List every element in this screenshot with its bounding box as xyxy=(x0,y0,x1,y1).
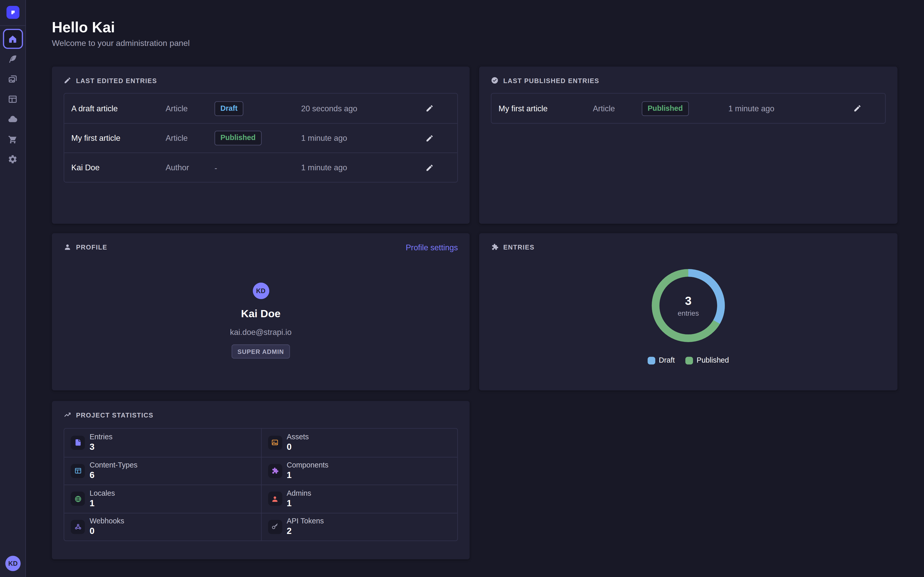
published-swatch xyxy=(685,356,693,364)
page-subtitle: Welcome to your administration panel xyxy=(52,38,190,48)
stat-label: Admins xyxy=(287,489,311,498)
edit-entry-button[interactable] xyxy=(853,104,861,112)
last-edited-entries-card: LAST EDITED ENTRIES A draft article Arti… xyxy=(52,66,470,224)
stat-value: 1 xyxy=(287,470,328,480)
strapi-admin-dashboard: KD Hello Kai Welcome to your administrat… xyxy=(0,0,924,577)
stat-entries: Entries 3 xyxy=(64,429,261,456)
stats-grid: Entries 3 Assets 0 xyxy=(64,428,458,541)
sidebar-item-deploy[interactable] xyxy=(3,109,23,129)
user-icon xyxy=(64,243,71,251)
card-title: PROJECT STATISTICS xyxy=(76,411,153,419)
sidebar-item-marketplace[interactable] xyxy=(3,129,23,149)
table-row: My first article Article Published 1 min… xyxy=(64,123,457,153)
stat-webhooks: Webhooks 0 xyxy=(64,513,261,541)
table-row: My first article Article Published 1 min… xyxy=(491,93,885,123)
content-types-icon xyxy=(74,467,82,475)
status-badge: Draft xyxy=(215,101,244,116)
edit-entry-button[interactable] xyxy=(426,104,434,112)
entries-chart-card: ENTRIES 3 entries Draft xyxy=(479,233,898,390)
admins-icon xyxy=(271,495,279,503)
stat-value: 0 xyxy=(90,526,124,537)
puzzle-icon xyxy=(491,243,498,251)
strapi-logo[interactable] xyxy=(6,6,19,19)
status-badge: Published xyxy=(215,131,262,145)
legend-item-published: Published xyxy=(685,356,729,364)
entry-time: 20 seconds ago xyxy=(301,104,409,113)
stat-api-tokens: API Tokens 2 xyxy=(261,513,457,541)
entry-name: Kai Doe xyxy=(71,163,166,172)
pencil-icon xyxy=(853,104,861,112)
donut-center-value: 3 xyxy=(685,294,692,308)
last-published-table: My first article Article Published 1 min… xyxy=(491,93,885,124)
edit-entry-button[interactable] xyxy=(426,134,434,142)
entry-name: My first article xyxy=(71,134,166,142)
pencil-icon xyxy=(426,104,434,112)
locales-icon xyxy=(74,495,82,503)
screen: KD Hello Kai Welcome to your administrat… xyxy=(0,0,924,577)
role-badge: SUPER ADMIN xyxy=(231,344,290,358)
api-tokens-icon xyxy=(271,523,279,530)
status-empty: - xyxy=(215,163,217,172)
stat-label: Locales xyxy=(90,489,115,498)
legend-item-draft: Draft xyxy=(648,356,675,364)
sidebar-item-media-library[interactable] xyxy=(3,69,23,89)
stat-value: 6 xyxy=(90,470,137,480)
avatar-initials: KD xyxy=(8,560,18,567)
entries-donut-chart: 3 entries Draft Published xyxy=(479,264,898,364)
profile-settings-link[interactable]: Profile settings xyxy=(406,243,458,252)
stat-content-types: Content-Types 6 xyxy=(64,456,261,484)
entry-type: Author xyxy=(166,163,215,172)
status-badge: Published xyxy=(642,101,689,116)
sidebar-item-content-type-builder[interactable] xyxy=(3,89,23,109)
stat-components: Components 1 xyxy=(261,456,457,484)
profile-name: Kai Doe xyxy=(241,308,281,320)
legend-label: Draft xyxy=(659,356,675,364)
stat-assets: Assets 0 xyxy=(261,429,457,456)
strapi-logo-icon xyxy=(8,8,17,16)
pencil-icon xyxy=(426,134,434,142)
gear-icon xyxy=(8,154,18,164)
stat-locales: Locales 1 xyxy=(64,485,261,513)
chart-legend: Draft Published xyxy=(648,356,729,364)
media-library-icon xyxy=(8,74,18,84)
card-header: LAST PUBLISHED ENTRIES xyxy=(479,66,898,84)
sidebar-item-content-manager[interactable] xyxy=(3,49,23,69)
stat-label: Content-Types xyxy=(90,461,137,469)
sidebar-divider xyxy=(0,26,26,26)
card-header: ENTRIES xyxy=(479,233,898,251)
entry-name: A draft article xyxy=(71,104,166,113)
card-title: PROFILE xyxy=(76,243,107,251)
entries-icon xyxy=(74,439,82,446)
card-title: ENTRIES xyxy=(503,243,535,251)
stat-label: Components xyxy=(287,461,328,469)
table-row: Kai Doe Author - 1 minute ago xyxy=(64,153,457,182)
edit-entry-button[interactable] xyxy=(426,163,434,172)
assets-icon xyxy=(271,439,279,446)
avatar-initials: KD xyxy=(256,287,265,294)
stat-value: 3 xyxy=(90,442,112,452)
sidebar-item-home[interactable] xyxy=(3,29,23,49)
stat-label: API Tokens xyxy=(287,517,324,525)
entry-type: Article xyxy=(166,134,215,142)
user-avatar[interactable]: KD xyxy=(5,556,21,571)
entry-time: 1 minute ago xyxy=(301,134,409,142)
pencil-icon xyxy=(426,163,434,172)
stat-label: Assets xyxy=(287,433,309,442)
home-icon xyxy=(8,34,18,44)
profile-card: PROFILE Profile settings KD Kai Doe kai.… xyxy=(52,233,470,390)
feather-icon xyxy=(8,54,18,64)
last-published-entries-card: LAST PUBLISHED ENTRIES My first article … xyxy=(479,66,898,224)
stat-label: Entries xyxy=(90,433,112,442)
profile-email: kai.doe@strapi.io xyxy=(230,328,292,337)
sidebar-item-settings[interactable] xyxy=(3,149,23,169)
webhooks-icon xyxy=(74,523,82,530)
sidebar-nav xyxy=(3,29,23,169)
entry-type: Article xyxy=(593,104,642,113)
card-header: LAST EDITED ENTRIES xyxy=(52,66,470,84)
entry-time: 1 minute ago xyxy=(729,104,837,113)
card-title: LAST PUBLISHED ENTRIES xyxy=(503,77,599,84)
stat-value: 2 xyxy=(287,526,324,537)
draft-swatch xyxy=(648,356,655,364)
layout-icon xyxy=(8,94,18,104)
card-title: LAST EDITED ENTRIES xyxy=(76,77,157,84)
